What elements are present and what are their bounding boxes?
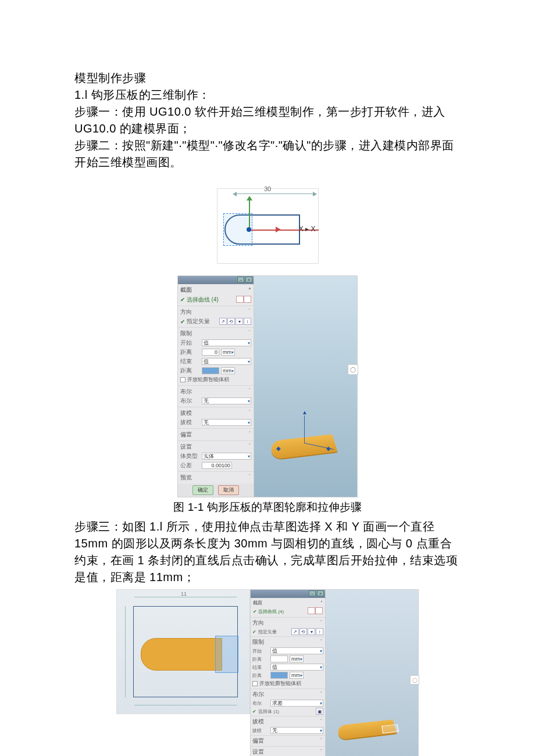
chevron-up-icon[interactable]: ˄ bbox=[248, 329, 251, 335]
checkbox-icon bbox=[180, 377, 186, 382]
x-label-2: X bbox=[311, 225, 315, 233]
bool-none-text: 无 bbox=[204, 397, 209, 405]
figure-1-sketch: 30 X ▸ X bbox=[74, 188, 461, 264]
select-curve-2[interactable]: ✔ 选择曲线 (4) bbox=[253, 608, 284, 615]
draft-field-label: 拔模 bbox=[180, 418, 200, 427]
settings-label: 设置 bbox=[180, 443, 192, 450]
end-distance-input[interactable] bbox=[202, 367, 219, 374]
x-label-1: X bbox=[299, 225, 304, 233]
chevron-up-icon[interactable]: ˄ bbox=[248, 388, 251, 393]
tolerance-label: 公差 bbox=[180, 461, 200, 470]
chevron-up-icon[interactable]: ˄ bbox=[320, 748, 323, 754]
chevron-up-icon[interactable]: ˄ bbox=[248, 409, 251, 415]
chevron-down-icon[interactable]: ˅ bbox=[320, 737, 323, 743]
unit-3[interactable]: mm▾ bbox=[290, 655, 304, 662]
chevron-up-icon[interactable]: ˄ bbox=[320, 619, 323, 625]
panel-titlebar: – × bbox=[178, 276, 254, 284]
panel-draft: 拔模˄ 拔模 无▾ bbox=[178, 407, 254, 428]
dim-line-top bbox=[134, 597, 237, 597]
axis-x-arrow-icon bbox=[276, 227, 281, 232]
unit-select-2[interactable]: mm▾ bbox=[221, 367, 235, 374]
close-icon[interactable]: × bbox=[317, 590, 324, 596]
figure-2: 11 – × 截面 ˄ ✔ 选择曲线 (4) bbox=[74, 589, 461, 756]
panel-titlebar-2: – × bbox=[251, 590, 325, 598]
draft-select[interactable]: 无▾ bbox=[202, 419, 251, 426]
end-dist-input-2[interactable] bbox=[270, 672, 288, 679]
arrow-left-icon bbox=[233, 192, 237, 196]
drag-handle-icon[interactable]: ◆ bbox=[276, 445, 281, 452]
draft-label: 拔模 bbox=[180, 410, 192, 416]
close-icon[interactable]: × bbox=[245, 277, 252, 282]
chevron-down-icon[interactable]: ˅ bbox=[248, 474, 251, 479]
unit-4[interactable]: mm▾ bbox=[290, 672, 304, 679]
draft-select-2[interactable]: 无▾ bbox=[270, 727, 323, 734]
dropdown-icon: ▾ bbox=[248, 420, 251, 425]
boolean-select[interactable]: 无▾ bbox=[202, 397, 251, 404]
document-body: 模型制作步骤 1.l 钩形压板的三维制作： 步骤一：使用 UG10.0 软件开始… bbox=[74, 70, 461, 756]
body-icon[interactable]: ▣ bbox=[316, 708, 323, 715]
panel-limits: 限制˄ 开始 值▾ 距离 0 mm▾ 结束 值▾ 距离 mm▾ 开放轮廓智能体积 bbox=[178, 327, 254, 385]
preview-label: 预览 bbox=[180, 474, 192, 481]
start-distance-input[interactable]: 0 bbox=[202, 349, 219, 356]
chevron-up-icon[interactable]: ˄ bbox=[248, 308, 251, 314]
chevron-down-icon[interactable]: ˅ bbox=[248, 431, 251, 436]
arrow-right-icon bbox=[313, 192, 317, 196]
bool-select-2[interactable]: 求差▾ bbox=[270, 700, 323, 707]
draft-label-2: 拔模 bbox=[252, 718, 264, 725]
chevron-up-icon[interactable]: ˄ bbox=[248, 287, 251, 293]
chevron-up-icon[interactable]: ˄ bbox=[320, 600, 323, 605]
limits-label-2: 限制 bbox=[252, 639, 264, 645]
bool-field-label: 布尔 bbox=[180, 397, 200, 405]
body-type-select[interactable]: 实体▾ bbox=[202, 453, 251, 460]
vec-icons-2[interactable]: ↗⟲▾↕ bbox=[291, 628, 323, 635]
end-select[interactable]: 值▾ bbox=[202, 358, 251, 365]
start-select[interactable]: 值▾ bbox=[202, 339, 251, 346]
axis-y-arrow-icon bbox=[247, 196, 252, 200]
dropdown-icon: ▾ bbox=[248, 454, 251, 459]
view-tool-icon[interactable]: ◯ bbox=[410, 675, 419, 685]
end-select-2[interactable]: 值▾ bbox=[270, 664, 323, 671]
section-label-2: 截面 bbox=[253, 600, 262, 606]
subtract-rect bbox=[215, 636, 238, 673]
start-label-2: 开始 bbox=[252, 648, 269, 654]
dropdown-icon: ▾ bbox=[248, 399, 251, 404]
chevron-up-icon[interactable]: ˄ bbox=[248, 443, 251, 449]
section-label: 截面 bbox=[180, 286, 192, 294]
cancel-button[interactable]: 取消 bbox=[218, 485, 239, 495]
unit-select[interactable]: mm▾ bbox=[221, 349, 235, 356]
panel-settings: 设置˄ 体类型 实体▾ 公差 0.00100 bbox=[178, 440, 254, 471]
axis-z-line bbox=[304, 415, 305, 443]
end-label-2: 结束 bbox=[252, 664, 269, 671]
open-profile-label: 开放轮廓智能体积 bbox=[187, 376, 229, 384]
select-curve-label[interactable]: ✔ 选择曲线 (4) bbox=[180, 296, 219, 304]
check-icon: ✔ bbox=[252, 709, 256, 714]
curve-icons-2[interactable] bbox=[308, 607, 323, 615]
panel2-section: 截面 ˄ ✔ 选择曲线 (4) bbox=[251, 598, 325, 617]
view-tool-icon[interactable]: ◯ bbox=[348, 364, 358, 375]
tolerance-input[interactable]: 0.00100 bbox=[202, 462, 232, 469]
section-title: 1.l 钩形压板的三维制作： bbox=[74, 87, 461, 103]
drag-handle-icon[interactable]: ▲ bbox=[302, 409, 308, 415]
min-icon[interactable]: – bbox=[237, 277, 244, 282]
open-chk-2[interactable]: 开放轮廓智能体积 bbox=[252, 680, 323, 687]
vector-icons[interactable]: ↗⟲▾↕ bbox=[219, 318, 251, 325]
hook-profile bbox=[141, 638, 222, 671]
chevron-up-icon[interactable]: ˄ bbox=[320, 718, 323, 724]
panel2-boolean: 布尔˄ 布尔 求差▾ ✔ 选择体 (1) ▣ bbox=[251, 689, 325, 716]
ok-button[interactable]: 确定 bbox=[192, 485, 213, 495]
curve-tool-icons[interactable] bbox=[236, 296, 251, 304]
drag-handle-icon[interactable]: ◆ bbox=[326, 445, 331, 452]
bool-label-2: 布尔 bbox=[252, 691, 264, 697]
chevron-up-icon[interactable]: ˄ bbox=[320, 691, 323, 697]
open-profile-checkbox[interactable]: 开放轮廓智能体积 bbox=[180, 376, 251, 384]
settings-label-2: 设置 bbox=[252, 748, 264, 755]
chevron-up-icon[interactable]: ˄ bbox=[320, 639, 323, 644]
dist-label-1: 距离 bbox=[180, 348, 200, 356]
min-icon[interactable]: – bbox=[309, 590, 316, 596]
select-curve-text: 选择曲线 (4) bbox=[187, 296, 219, 303]
dist-label-2: 距离 bbox=[180, 367, 200, 375]
panel2-limits: 限制˄ 开始 值▾ 距离 mm▾ 结束 值▾ 距离 mm▾ 开放轮廓智能体积 bbox=[251, 636, 325, 689]
dimension-line bbox=[235, 194, 315, 194]
start-dist-input-2[interactable] bbox=[270, 655, 288, 662]
start-select-2[interactable]: 值▾ bbox=[270, 647, 323, 654]
